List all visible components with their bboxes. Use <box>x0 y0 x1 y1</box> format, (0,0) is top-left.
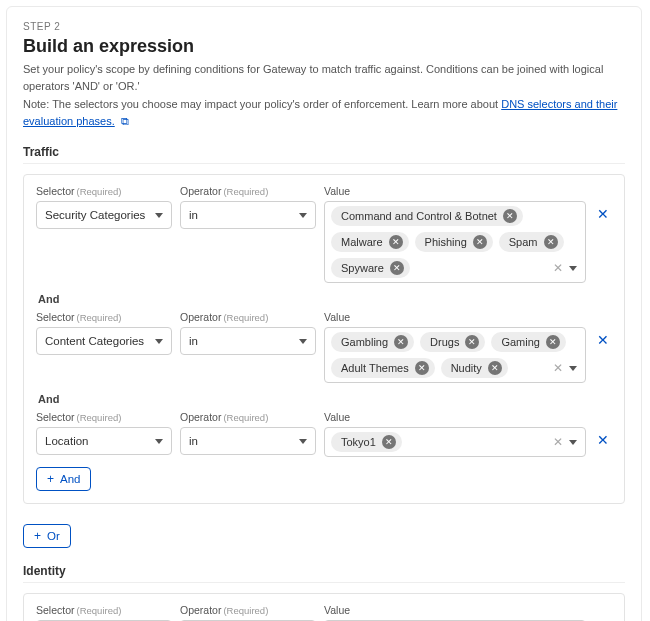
remove-tag-icon[interactable]: ✕ <box>390 261 404 275</box>
remove-tag-icon[interactable]: ✕ <box>394 335 408 349</box>
operator-dropdown[interactable]: in <box>180 427 316 455</box>
remove-tag-icon[interactable]: ✕ <box>546 335 560 349</box>
selector-label: Selector(Required) <box>36 185 172 197</box>
value-tag: Command and Control & Botnet✕ <box>331 206 523 226</box>
external-link-icon: ⧉ <box>121 115 129 127</box>
clear-all-icon[interactable]: ✕ <box>553 435 563 449</box>
selector-label: Selector(Required) <box>36 311 172 323</box>
traffic-group: Selector(Required) Security Categories O… <box>23 174 625 504</box>
operator-label: Operator(Required) <box>180 311 316 323</box>
value-tag: Phishing✕ <box>415 232 493 252</box>
remove-condition-icon[interactable]: ✕ <box>597 333 609 347</box>
operator-dropdown[interactable]: in <box>180 327 316 355</box>
chevron-down-icon <box>155 213 163 218</box>
clear-all-icon[interactable]: ✕ <box>553 261 563 275</box>
operator-label: Operator(Required) <box>180 604 316 616</box>
value-tag: Spam✕ <box>499 232 564 252</box>
expression-builder-panel: STEP 2 Build an expression Set your poli… <box>6 6 642 621</box>
selector-value: Content Categories <box>45 335 144 347</box>
value-tag: Gaming✕ <box>491 332 566 352</box>
selector-label: Selector(Required) <box>36 604 172 616</box>
condition-row: Selector(Required) Security Categories O… <box>36 185 612 283</box>
condition-row: Selector(Required) User Group Names Oper… <box>36 604 612 621</box>
remove-tag-icon[interactable]: ✕ <box>503 209 517 223</box>
value-tag: Drugs✕ <box>420 332 485 352</box>
remove-tag-icon[interactable]: ✕ <box>473 235 487 249</box>
operator-label: Operator(Required) <box>180 411 316 423</box>
selector-dropdown[interactable]: Location <box>36 427 172 455</box>
selector-label: Selector(Required) <box>36 411 172 423</box>
value-label: Value <box>324 604 586 616</box>
identity-group: Selector(Required) User Group Names Oper… <box>23 593 625 621</box>
value-multiselect[interactable]: Gambling✕ Drugs✕ Gaming✕ Adult Themes✕ N… <box>324 327 586 383</box>
plus-icon: + <box>47 473 54 485</box>
traffic-heading: Traffic <box>23 145 625 164</box>
value-label: Value <box>324 411 586 423</box>
remove-tag-icon[interactable]: ✕ <box>465 335 479 349</box>
remove-tag-icon[interactable]: ✕ <box>415 361 429 375</box>
selector-dropdown[interactable]: Content Categories <box>36 327 172 355</box>
value-tag: Adult Themes✕ <box>331 358 435 378</box>
remove-condition-icon[interactable]: ✕ <box>597 433 609 447</box>
step-label: STEP 2 <box>23 21 625 32</box>
selector-value: Security Categories <box>45 209 145 221</box>
joiner-and: And <box>38 393 612 405</box>
remove-tag-icon[interactable]: ✕ <box>544 235 558 249</box>
value-tag: Nudity✕ <box>441 358 508 378</box>
selector-value: Location <box>45 435 88 447</box>
remove-tag-icon[interactable]: ✕ <box>389 235 403 249</box>
value-label: Value <box>324 185 586 197</box>
remove-tag-icon[interactable]: ✕ <box>382 435 396 449</box>
add-and-button[interactable]: + And <box>36 467 91 491</box>
chevron-down-icon <box>155 439 163 444</box>
add-or-button[interactable]: + Or <box>23 524 71 548</box>
chevron-down-icon <box>299 213 307 218</box>
operator-value: in <box>189 209 198 221</box>
selector-dropdown[interactable]: Security Categories <box>36 201 172 229</box>
identity-heading: Identity <box>23 564 625 583</box>
operator-label: Operator(Required) <box>180 185 316 197</box>
value-tag: Tokyo1✕ <box>331 432 402 452</box>
condition-row: Selector(Required) Location Operator(Req… <box>36 411 612 457</box>
value-tag: Gambling✕ <box>331 332 414 352</box>
page-title: Build an expression <box>23 36 625 57</box>
condition-row: Selector(Required) Content Categories Op… <box>36 311 612 383</box>
clear-all-icon[interactable]: ✕ <box>553 361 563 375</box>
plus-icon: + <box>34 530 41 542</box>
chevron-down-icon[interactable] <box>569 266 577 271</box>
remove-tag-icon[interactable]: ✕ <box>488 361 502 375</box>
operator-dropdown[interactable]: in <box>180 201 316 229</box>
chevron-down-icon <box>299 339 307 344</box>
remove-condition-icon[interactable]: ✕ <box>597 207 609 221</box>
value-multiselect[interactable]: Command and Control & Botnet✕ Malware✕ P… <box>324 201 586 283</box>
chevron-down-icon[interactable] <box>569 366 577 371</box>
chevron-down-icon <box>155 339 163 344</box>
value-tag: Spyware✕ <box>331 258 410 278</box>
chevron-down-icon <box>299 439 307 444</box>
description-prefix: Note: The selectors you choose may impac… <box>23 98 501 110</box>
joiner-and: And <box>38 293 612 305</box>
operator-value: in <box>189 335 198 347</box>
value-tag: Malware✕ <box>331 232 409 252</box>
description-line-1: Set your policy's scope by defining cond… <box>23 61 625 94</box>
value-label: Value <box>324 311 586 323</box>
operator-value: in <box>189 435 198 447</box>
chevron-down-icon[interactable] <box>569 440 577 445</box>
description-line-2: Note: The selectors you choose may impac… <box>23 96 625 129</box>
value-multiselect[interactable]: Tokyo1✕ ✕ <box>324 427 586 457</box>
